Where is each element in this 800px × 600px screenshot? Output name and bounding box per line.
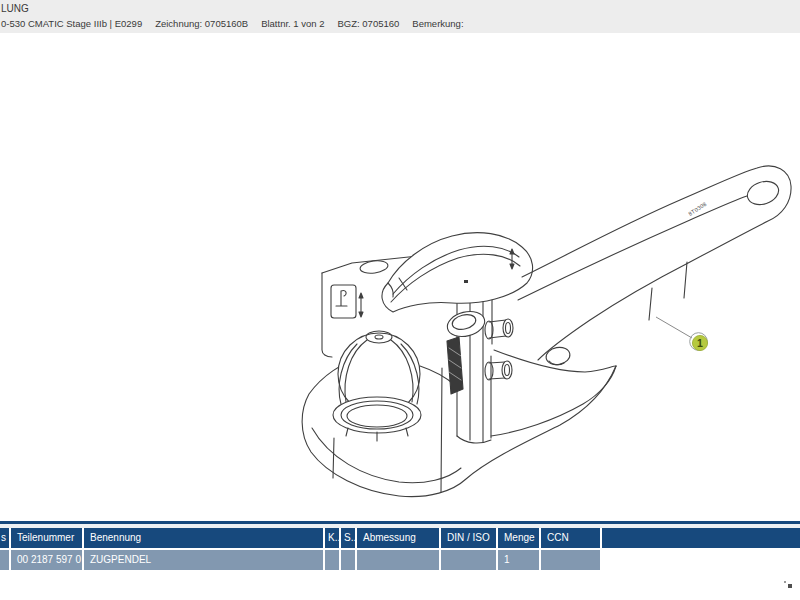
header-zeichnung: Zeichnung: 0705160B [155, 18, 248, 29]
release-lever [382, 233, 533, 312]
arm-hole [744, 178, 781, 209]
header-blattnr: Blattnr. 1 von 2 [261, 18, 324, 29]
parts-table-header: s Teilenummer Benennung K.. S.. Abmessun… [0, 528, 800, 548]
col-header-abmessung: Abmessung [357, 528, 441, 548]
header-bemerkung: Bemerkung: [412, 18, 463, 29]
cell-benennung: ZUGPENDEL [84, 550, 325, 570]
header-info-line: 0-530 CMATIC Stage IIIb | E0299 Zeichnun… [1, 18, 464, 29]
cell-menge: 1 [498, 550, 541, 570]
header-bgz: BGZ: 0705160 [338, 18, 400, 29]
col-header-k: K.. [325, 528, 341, 548]
arrow-up-down-icon [359, 293, 363, 317]
header-model: 0-530 CMATIC Stage IIIb | E0299 [1, 18, 142, 29]
table-row[interactable]: 00 2187 597 0 ZUGPENDEL 1 [0, 550, 602, 570]
cell-ccn [541, 550, 602, 570]
lever-label-mark [464, 280, 468, 283]
hitch-drawing: 8T0308 1 [0, 33, 800, 521]
cell-k [325, 550, 341, 570]
boss-lug [445, 308, 488, 340]
header-bar: LUNG 0-530 CMATIC Stage IIIb | E0299 Zei… [0, 0, 800, 33]
col-header-menge: Menge [498, 528, 541, 548]
cell-din-iso [441, 550, 498, 570]
ball-coupling [333, 331, 421, 441]
corner-dot-small [784, 581, 786, 583]
pin-lower [485, 361, 512, 380]
cell-teilenummer: 00 2187 597 0 [11, 550, 84, 570]
callout-number: 1 [697, 337, 703, 349]
col-header-benennung: Benennung [84, 528, 325, 548]
drawing-area[interactable]: 8T0308 1 [0, 33, 800, 521]
callout-1[interactable]: 1 [656, 317, 708, 351]
collar-ring [333, 397, 421, 433]
col-header-s: S.. [341, 528, 357, 548]
drawbar-arm [518, 166, 791, 360]
header-title: LUNG [1, 3, 29, 14]
warning-sticker [447, 337, 463, 394]
corner-dot [788, 584, 792, 588]
arm-marking: 8T0308 [687, 201, 707, 217]
latch-window-icon [331, 285, 356, 318]
pin-upper [485, 319, 513, 339]
col-header-pos: s [0, 528, 11, 548]
cell-pos [0, 550, 11, 570]
cell-abmessung [357, 550, 441, 570]
leader-line [656, 317, 692, 338]
col-header-ccn: CCN [541, 528, 602, 548]
col-header-din-iso: DIN / ISO [441, 528, 498, 548]
cell-s [341, 550, 357, 570]
col-header-teilenummer: Teilenummer [11, 528, 84, 548]
